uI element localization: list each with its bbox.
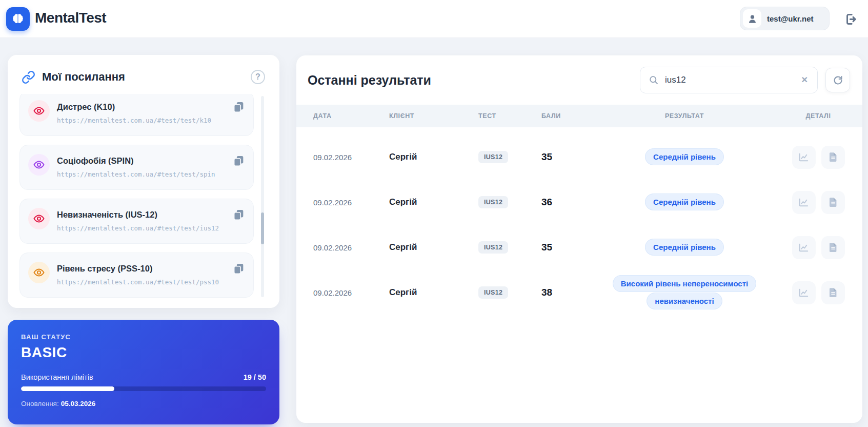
refresh-icon	[833, 75, 843, 86]
test-badge: IUS12	[478, 151, 508, 163]
results-panel: Останні результати ✕ ДАТА КЛІЄНТ ТЕСТ БА…	[296, 55, 862, 423]
help-icon[interactable]: ?	[251, 70, 265, 84]
link-item-ius12[interactable]: Невизначеність (IUS-12) https://mentalte…	[19, 199, 254, 244]
result-client: Сергій	[389, 152, 478, 162]
link-item-pss10[interactable]: Рівень стресу (PSS-10) https://mentaltes…	[19, 253, 254, 298]
chart-details-button[interactable]	[792, 281, 816, 304]
column-details: ДЕТАЛІ	[774, 112, 862, 120]
usage-progress-fill	[21, 386, 114, 391]
clear-search-icon[interactable]: ✕	[799, 74, 810, 86]
links-panel: Мої посилання ? Дистрес (K10) https://me…	[8, 55, 279, 308]
column-client: КЛІЄНТ	[389, 112, 478, 120]
line-chart-icon	[798, 197, 810, 208]
app-title: MentalTest	[35, 10, 106, 26]
user-menu[interactable]: test@ukr.net	[740, 7, 830, 30]
link-item-url: https://mentaltest.com.ua/#test/test/ius…	[57, 224, 219, 232]
eye-icon	[28, 100, 50, 122]
links-panel-title: Мої посилання	[42, 70, 125, 84]
status-label: ВАШ СТАТУС	[21, 333, 266, 341]
link-item-spin[interactable]: Соціофобія (SPIN) https://mentaltest.com…	[19, 145, 254, 190]
result-client: Сергій	[389, 197, 478, 207]
scrollbar-thumb[interactable]	[261, 212, 264, 244]
link-item-title: Соціофобія (SPIN)	[57, 153, 215, 166]
document-icon	[827, 197, 839, 208]
links-panel-header: Мої посилання ?	[22, 66, 265, 88]
test-badge: IUS12	[478, 196, 508, 208]
link-item-url: https://mentaltest.com.ua/#test/test/k10	[57, 117, 211, 124]
result-score: 38	[541, 287, 595, 298]
column-score: БАЛИ	[541, 112, 595, 120]
result-date: 09.02.2026	[313, 288, 389, 297]
brain-icon	[11, 12, 25, 26]
renewal-date: 05.03.2026	[61, 400, 96, 407]
link-item-title: Рівень стресу (PSS-10)	[57, 261, 219, 274]
search-input[interactable]	[665, 75, 799, 85]
result-score: 36	[541, 197, 595, 208]
copy-icon	[232, 154, 245, 167]
results-header: Останні результати ✕	[296, 55, 862, 105]
copy-icon	[232, 101, 245, 113]
refresh-button[interactable]	[825, 68, 850, 92]
copy-link-button[interactable]	[231, 207, 246, 222]
usage-row: Використання лімітів 19 / 50	[21, 373, 266, 381]
copy-link-button[interactable]	[231, 261, 246, 276]
links-scrollbar[interactable]	[261, 96, 264, 297]
app-header: MentalTest test@ukr.net	[0, 0, 868, 37]
copy-link-button[interactable]	[231, 99, 246, 114]
link-item-url: https://mentaltest.com.ua/#test/test/pss…	[57, 278, 219, 286]
renewal-info: Оновлення:05.03.2026	[21, 400, 266, 407]
result-row: 09.02.2026 Сергій IUS12 36 Середній ріве…	[296, 180, 862, 225]
link-item-url: https://mentaltest.com.ua/#test/test/spi…	[57, 170, 215, 178]
renewal-label: Оновлення:	[21, 400, 59, 407]
document-icon	[827, 151, 839, 163]
test-badge: IUS12	[478, 286, 508, 299]
chart-details-button[interactable]	[792, 146, 816, 169]
link-item-text: Дистрес (K10) https://mentaltest.com.ua/…	[57, 99, 211, 135]
result-date: 09.02.2026	[313, 198, 389, 207]
document-icon	[827, 287, 839, 298]
link-item-text: Соціофобія (SPIN) https://mentaltest.com…	[57, 153, 215, 189]
search-box: ✕	[640, 67, 818, 93]
result-client: Сергій	[389, 242, 478, 253]
avatar	[743, 9, 761, 28]
result-row: 09.02.2026 Сергій IUS12 35 Середній ріве…	[296, 134, 862, 180]
copy-link-button[interactable]	[231, 153, 246, 168]
report-details-button[interactable]	[821, 281, 845, 304]
result-badge: Середній рівень	[645, 239, 724, 256]
app-logo[interactable]	[6, 7, 30, 31]
person-icon	[747, 13, 758, 24]
user-email: test@ukr.net	[767, 14, 813, 23]
line-chart-icon	[798, 287, 810, 299]
logout-button[interactable]	[841, 11, 860, 27]
link-item-text: Рівень стресу (PSS-10) https://mentaltes…	[57, 261, 219, 297]
eye-icon	[28, 262, 50, 283]
report-details-button[interactable]	[821, 236, 845, 259]
column-test: ТЕСТ	[478, 112, 541, 120]
usage-progress-bar	[21, 386, 266, 391]
usage-label: Використання лімітів	[21, 373, 93, 381]
result-client: Сергій	[389, 287, 478, 298]
usage-value: 19 / 50	[244, 373, 266, 381]
link-item-title: Дистрес (K10)	[57, 99, 211, 112]
search-icon	[649, 75, 659, 85]
document-icon	[827, 242, 839, 253]
chart-details-button[interactable]	[792, 236, 816, 259]
report-details-button[interactable]	[821, 191, 845, 214]
sign-out-icon	[844, 12, 858, 26]
result-badge: Середній рівень	[645, 193, 724, 210]
link-item-text: Невизначеність (IUS-12) https://mentalte…	[57, 207, 219, 243]
link-item-k10[interactable]: Дистрес (K10) https://mentaltest.com.ua/…	[19, 94, 254, 136]
test-badge: IUS12	[478, 241, 508, 254]
result-score: 35	[541, 151, 595, 163]
link-item-title: Невизначеність (IUS-12)	[57, 207, 219, 220]
chart-details-button[interactable]	[792, 191, 816, 214]
column-result: РЕЗУЛЬТАТ	[595, 112, 774, 120]
result-row: 09.02.2026 Сергій IUS12 38 Високий рівен…	[296, 270, 862, 315]
results-table-body: 09.02.2026 Сергій IUS12 35 Середній ріве…	[296, 127, 862, 315]
status-card: ВАШ СТАТУС BASIC Використання лімітів 19…	[8, 320, 279, 424]
result-badge: Середній рівень	[645, 148, 724, 165]
report-details-button[interactable]	[821, 146, 845, 169]
copy-icon	[232, 262, 245, 275]
result-score: 35	[541, 242, 595, 253]
eye-icon	[28, 154, 50, 176]
